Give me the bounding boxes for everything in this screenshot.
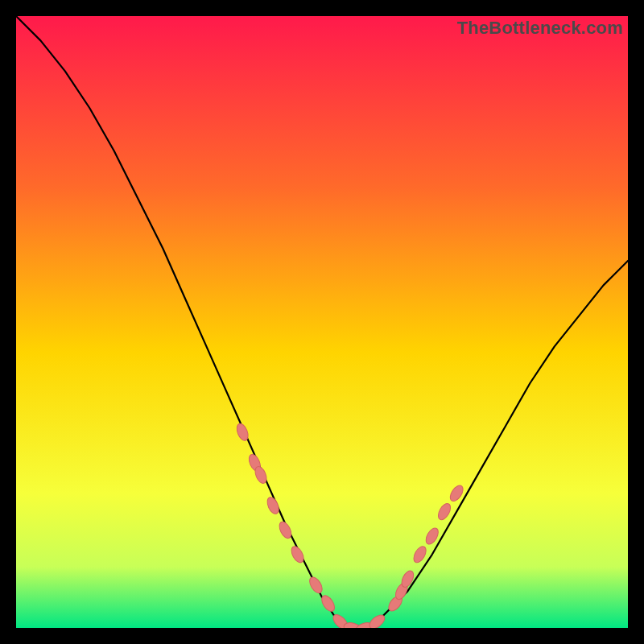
bottleneck-chart — [16, 16, 628, 628]
watermark-text: TheBottleneck.com — [457, 18, 623, 39]
gradient-background — [16, 16, 628, 628]
chart-frame: TheBottleneck.com — [16, 16, 628, 628]
